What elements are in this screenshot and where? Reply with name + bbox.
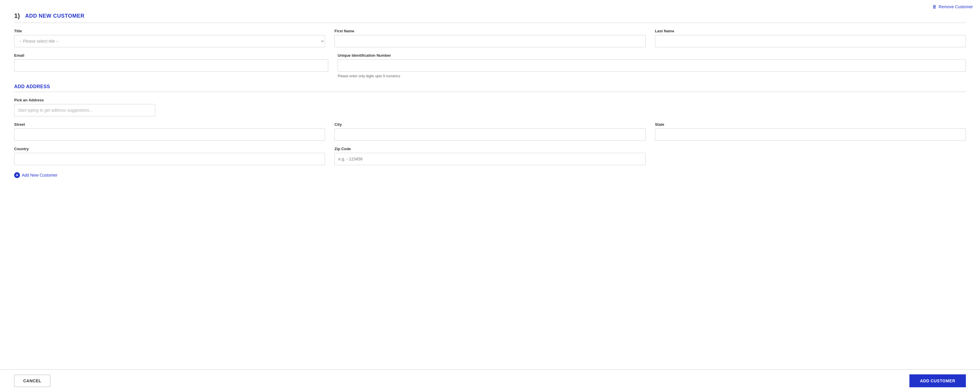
add-new-customer-button[interactable]: + Add New Customer [14, 171, 57, 179]
address-divider [14, 92, 966, 92]
city-input[interactable] [334, 129, 645, 141]
address-section-title: ADD ADDRESS [14, 84, 966, 89]
last-name-label: Last Name [655, 29, 966, 33]
email-uid-row: Email Unique Identification Number Pleas… [14, 53, 966, 78]
plus-circle-icon: + [14, 172, 20, 178]
email-input[interactable] [14, 59, 328, 72]
zip-group: Zip Code [334, 147, 645, 165]
section-title: ADD NEW CUSTOMER [25, 13, 85, 19]
street-input[interactable] [14, 129, 325, 141]
street-city-state-row: Street City State [14, 122, 966, 141]
city-label: City [334, 122, 645, 127]
street-label: Street [14, 122, 325, 127]
cancel-button[interactable]: CANCEL [14, 375, 50, 387]
pick-address-label: Pick an Address [14, 98, 155, 102]
remove-customer-label: Remove Customer [939, 5, 973, 9]
first-name-group: First Name [334, 29, 645, 47]
state-group: State [655, 122, 966, 141]
country-input[interactable] [14, 153, 325, 165]
email-group: Email [14, 53, 328, 78]
last-name-input[interactable] [655, 35, 966, 47]
email-label: Email [14, 53, 328, 57]
add-new-customer-label: Add New Customer [22, 173, 57, 178]
country-label: Country [14, 147, 325, 151]
country-zip-row: Country Zip Code [14, 147, 966, 165]
uid-group: Unique Identification Number Please ente… [338, 53, 966, 78]
street-group: Street [14, 122, 325, 141]
remove-customer-button[interactable]: 🗑 Remove Customer [932, 4, 973, 9]
trash-icon: 🗑 [932, 4, 937, 9]
add-customer-button[interactable]: ADD CUSTOMER [909, 375, 966, 387]
first-name-input[interactable] [334, 35, 645, 47]
country-group: Country [14, 147, 325, 165]
address-search-input[interactable] [14, 104, 155, 116]
title-group: Title -- Please select title -- Mr Mrs M… [14, 29, 325, 47]
state-input[interactable] [655, 129, 966, 141]
first-name-label: First Name [334, 29, 645, 33]
pick-address-group: Pick an Address [14, 98, 155, 116]
title-label: Title [14, 29, 325, 33]
customer-name-row: Title -- Please select title -- Mr Mrs M… [14, 29, 966, 47]
uid-label: Unique Identification Number [338, 53, 966, 57]
city-group: City [334, 122, 645, 141]
zip-input[interactable] [334, 153, 645, 165]
section-number: 1) [14, 12, 20, 20]
last-name-group: Last Name [655, 29, 966, 47]
uid-input[interactable] [338, 59, 966, 72]
zip-label: Zip Code [334, 147, 645, 151]
state-label: State [655, 122, 966, 127]
section-1-header: 1) ADD NEW CUSTOMER [14, 12, 966, 20]
footer-bar: CANCEL ADD CUSTOMER [0, 369, 980, 392]
title-select[interactable]: -- Please select title -- Mr Mrs Ms Dr P… [14, 35, 325, 47]
uid-hint: Please enter only digits upto 9 numerics [338, 74, 966, 78]
